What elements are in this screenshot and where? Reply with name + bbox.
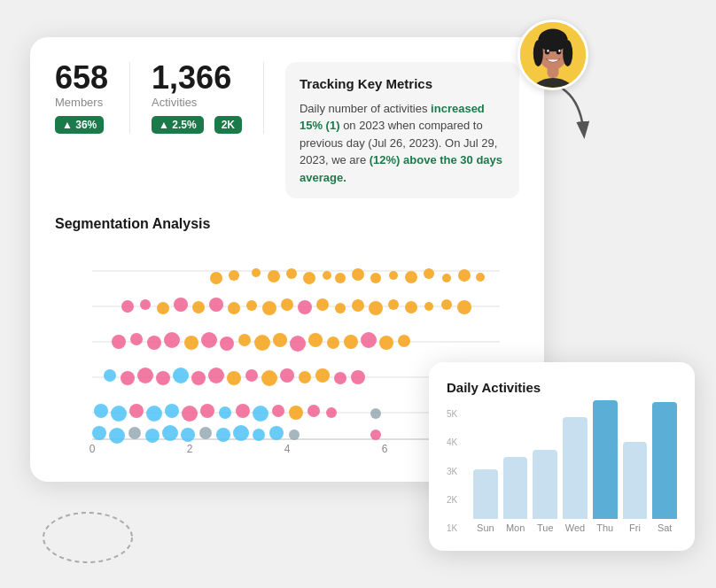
svg-point-54 bbox=[388, 299, 399, 310]
svg-point-87 bbox=[299, 371, 311, 383]
y-label-5k: 5K bbox=[447, 409, 471, 419]
bar-chart: SunMonTueWedThuFriSat bbox=[473, 409, 677, 533]
svg-point-32 bbox=[370, 273, 381, 283]
svg-point-81 bbox=[191, 371, 206, 385]
bar-chart-wrapper: 5K 4K 3K 2K 1K SunMonTueWedThuFriSat bbox=[447, 409, 677, 533]
activities-badges: ▲ 2.5% 2K bbox=[152, 116, 242, 134]
svg-point-5 bbox=[533, 40, 543, 66]
svg-point-69 bbox=[290, 336, 306, 352]
svg-point-94 bbox=[146, 406, 162, 422]
bar-label-fri: Fri bbox=[629, 522, 641, 533]
svg-point-113 bbox=[216, 428, 230, 442]
svg-point-73 bbox=[361, 332, 377, 348]
svg-point-88 bbox=[315, 368, 330, 383]
svg-point-74 bbox=[379, 336, 393, 350]
members-badge: ▲ 36% bbox=[55, 116, 104, 134]
bar-label-tue: Tue bbox=[537, 522, 554, 533]
svg-point-103 bbox=[307, 405, 320, 417]
svg-point-48 bbox=[281, 298, 293, 311]
svg-point-93 bbox=[129, 404, 144, 418]
svg-point-119 bbox=[43, 513, 132, 562]
segmentation-title: Segmentation Analysis bbox=[55, 216, 519, 232]
svg-point-61 bbox=[147, 336, 161, 350]
svg-point-96 bbox=[182, 406, 198, 422]
svg-point-67 bbox=[254, 335, 270, 351]
svg-point-102 bbox=[289, 406, 303, 420]
bar-label-mon: Mon bbox=[506, 522, 525, 533]
svg-point-63 bbox=[184, 336, 198, 350]
svg-point-10 bbox=[558, 50, 560, 52]
svg-point-70 bbox=[308, 333, 323, 347]
y-label-2k: 2K bbox=[447, 495, 471, 505]
tracking-title: Tracking Key Metrics bbox=[300, 74, 505, 95]
bar-fri bbox=[623, 442, 648, 519]
svg-point-66 bbox=[238, 334, 251, 346]
user-avatar bbox=[518, 19, 588, 90]
bar-label-wed: Wed bbox=[565, 522, 585, 533]
svg-point-72 bbox=[344, 335, 358, 349]
members-metric: 658 Members ▲ 36% bbox=[55, 62, 130, 134]
svg-point-83 bbox=[227, 371, 241, 385]
svg-point-89 bbox=[334, 372, 346, 384]
svg-point-23 bbox=[210, 272, 222, 284]
svg-point-79 bbox=[156, 371, 170, 385]
svg-point-59 bbox=[112, 335, 126, 349]
svg-text:4: 4 bbox=[284, 443, 291, 455]
svg-point-118 bbox=[370, 429, 381, 440]
svg-point-75 bbox=[398, 335, 410, 347]
svg-point-65 bbox=[220, 337, 234, 351]
bar-sun bbox=[473, 469, 498, 519]
activities-metric: 1,366 Activities ▲ 2.5% 2K bbox=[152, 62, 264, 134]
svg-point-25 bbox=[252, 268, 261, 277]
svg-point-24 bbox=[229, 270, 239, 281]
svg-text:6: 6 bbox=[382, 443, 388, 455]
svg-point-51 bbox=[335, 303, 346, 313]
svg-point-7 bbox=[545, 49, 550, 54]
svg-point-36 bbox=[442, 274, 451, 282]
bar-group-mon: Mon bbox=[503, 457, 528, 533]
svg-point-64 bbox=[201, 332, 217, 348]
svg-point-35 bbox=[424, 268, 434, 279]
svg-point-77 bbox=[121, 371, 135, 385]
activities-badge: ▲ 2.5% bbox=[152, 116, 204, 134]
svg-point-99 bbox=[236, 404, 250, 418]
bar-mon bbox=[503, 457, 528, 519]
svg-text:0: 0 bbox=[90, 443, 96, 455]
svg-point-68 bbox=[273, 333, 287, 347]
daily-activities-card: Daily Activities 5K 4K 3K 2K 1K SunMonTu… bbox=[429, 362, 695, 551]
svg-point-115 bbox=[253, 429, 265, 441]
members-value: 658 bbox=[55, 62, 108, 94]
bar-group-sun: Sun bbox=[473, 469, 498, 533]
svg-point-49 bbox=[298, 300, 312, 314]
bar-tue bbox=[533, 450, 557, 519]
svg-point-106 bbox=[92, 426, 106, 440]
svg-point-50 bbox=[316, 298, 329, 311]
svg-point-98 bbox=[219, 406, 231, 419]
y-label-1k: 1K bbox=[447, 523, 471, 533]
svg-point-110 bbox=[162, 425, 178, 441]
bar-group-thu: Thu bbox=[593, 400, 618, 533]
svg-point-116 bbox=[269, 426, 284, 440]
svg-point-109 bbox=[145, 429, 160, 443]
svg-point-105 bbox=[370, 408, 381, 419]
svg-point-33 bbox=[389, 271, 398, 280]
svg-point-44 bbox=[209, 298, 223, 312]
svg-point-40 bbox=[140, 299, 151, 310]
members-label: Members bbox=[55, 96, 108, 109]
bar-group-fri: Fri bbox=[623, 442, 648, 533]
svg-point-42 bbox=[174, 298, 188, 312]
svg-point-80 bbox=[173, 368, 189, 383]
activities-label: Activities bbox=[152, 96, 242, 109]
svg-point-30 bbox=[335, 273, 346, 283]
svg-point-100 bbox=[253, 406, 268, 422]
svg-point-47 bbox=[262, 301, 276, 315]
svg-point-117 bbox=[289, 429, 300, 440]
svg-point-76 bbox=[104, 369, 116, 382]
svg-point-101 bbox=[272, 405, 284, 417]
svg-point-28 bbox=[303, 272, 315, 284]
bar-group-sat: Sat bbox=[652, 402, 677, 533]
svg-point-86 bbox=[280, 368, 294, 383]
svg-point-41 bbox=[157, 302, 169, 314]
svg-point-46 bbox=[246, 300, 257, 311]
bar-group-wed: Wed bbox=[563, 417, 588, 533]
